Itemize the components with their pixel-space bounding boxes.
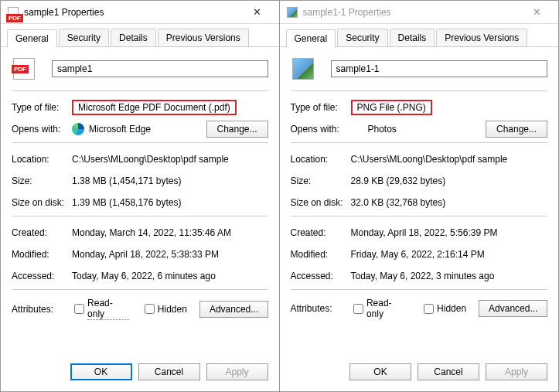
created-label: Created: xyxy=(12,227,72,238)
close-icon[interactable]: ✕ xyxy=(242,6,273,18)
window-icon xyxy=(7,6,19,19)
attributes-label: Attributes: xyxy=(12,304,71,315)
attributes-label: Attributes: xyxy=(291,303,350,314)
cancel-button[interactable]: Cancel xyxy=(418,363,479,380)
modified-label: Modified: xyxy=(12,249,72,260)
tab-content: Type of file: PNG File (.PNG) Opens with… xyxy=(280,47,559,356)
apply-button[interactable]: Apply xyxy=(486,363,547,380)
type-of-file-value: PNG File (.PNG) xyxy=(351,100,432,115)
size-on-disk-label: Size on disk: xyxy=(291,197,351,208)
change-button[interactable]: Change... xyxy=(206,121,268,138)
dialog-footer: OK Cancel Apply xyxy=(280,356,559,391)
titlebar: sample1 Properties ✕ xyxy=(1,1,279,24)
window-title: sample1-1 Properties xyxy=(303,7,522,18)
tab-security[interactable]: Security xyxy=(337,29,387,46)
cancel-button[interactable]: Cancel xyxy=(138,363,200,380)
readonly-checkbox[interactable]: Read-only xyxy=(350,298,408,319)
photos-icon xyxy=(351,123,363,135)
dialog-footer: OK Cancel Apply xyxy=(1,356,279,391)
created-label: Created: xyxy=(291,227,351,238)
hidden-checkbox[interactable]: Hidden xyxy=(421,302,466,316)
accessed-label: Accessed: xyxy=(12,271,72,281)
modified-value: Friday, May 6, 2022, 2:16:14 PM xyxy=(351,249,548,260)
filename-input[interactable] xyxy=(331,60,548,77)
created-value: Monday, March 14, 2022, 11:35:46 AM xyxy=(72,227,268,238)
size-on-disk-value: 32.0 KB (32,768 bytes) xyxy=(351,197,548,208)
type-of-file-label: Type of file: xyxy=(12,102,72,113)
created-value: Monday, April 18, 2022, 5:56:39 PM xyxy=(351,227,548,238)
ok-button[interactable]: OK xyxy=(349,363,411,380)
close-icon[interactable]: ✕ xyxy=(521,6,552,18)
change-button[interactable]: Change... xyxy=(486,121,547,138)
edge-icon xyxy=(72,123,84,135)
hidden-checkbox[interactable]: Hidden xyxy=(141,302,187,316)
opens-with-value: Photos xyxy=(368,124,397,135)
file-type-icon xyxy=(12,56,36,81)
tab-content: Type of file: Microsoft Edge PDF Documen… xyxy=(1,47,279,356)
modified-value: Monday, April 18, 2022, 5:38:33 PM xyxy=(72,249,268,260)
size-on-disk-value: 1.39 MB (1,458,176 bytes) xyxy=(72,197,268,208)
type-of-file-value: Microsoft Edge PDF Document (.pdf) xyxy=(72,100,237,115)
accessed-value: Today, May 6, 2022, 3 minutes ago xyxy=(351,271,548,281)
tab-bar: General Security Details Previous Versio… xyxy=(1,24,279,47)
file-type-icon xyxy=(291,56,315,81)
filename-input[interactable] xyxy=(52,60,268,77)
size-label: Size: xyxy=(12,176,72,186)
opens-with-value: Microsoft Edge xyxy=(89,124,151,135)
opens-with-label: Opens with: xyxy=(291,124,351,135)
readonly-checkbox[interactable]: Read-only xyxy=(71,298,129,320)
tab-details[interactable]: Details xyxy=(390,29,435,46)
properties-dialog-left: sample1 Properties ✕ General Security De… xyxy=(0,0,280,392)
accessed-value: Today, May 6, 2022, 6 minutes ago xyxy=(72,271,268,281)
window-icon xyxy=(286,6,298,19)
location-label: Location: xyxy=(291,154,351,165)
tab-security[interactable]: Security xyxy=(59,29,109,46)
properties-dialog-right: sample1-1 Properties ✕ General Security … xyxy=(280,0,560,392)
location-label: Location: xyxy=(12,154,72,165)
opens-with-label: Opens with: xyxy=(12,124,72,135)
type-of-file-label: Type of file: xyxy=(291,102,351,113)
location-value: C:\Users\MLoong\Desktop\pdf sample xyxy=(351,154,548,165)
titlebar: sample1-1 Properties ✕ xyxy=(280,1,559,24)
tab-bar: General Security Details Previous Versio… xyxy=(280,24,559,47)
advanced-button[interactable]: Advanced... xyxy=(479,300,547,317)
size-label: Size: xyxy=(291,176,351,186)
tab-details[interactable]: Details xyxy=(111,29,156,46)
accessed-label: Accessed: xyxy=(291,271,351,281)
size-value: 28.9 KB (29,632 bytes) xyxy=(351,176,548,186)
apply-button[interactable]: Apply xyxy=(206,363,268,380)
ok-button[interactable]: OK xyxy=(70,363,132,380)
location-value: C:\Users\MLoong\Desktop\pdf sample xyxy=(72,154,268,165)
size-on-disk-label: Size on disk: xyxy=(12,197,72,208)
tab-general[interactable]: General xyxy=(7,29,57,47)
size-value: 1.38 MB (1,454,171 bytes) xyxy=(72,176,268,186)
tab-previous-versions[interactable]: Previous Versions xyxy=(436,29,527,46)
modified-label: Modified: xyxy=(291,249,351,260)
window-title: sample1 Properties xyxy=(24,7,242,18)
advanced-button[interactable]: Advanced... xyxy=(199,301,268,318)
tab-general[interactable]: General xyxy=(286,29,336,47)
tab-previous-versions[interactable]: Previous Versions xyxy=(158,29,249,46)
